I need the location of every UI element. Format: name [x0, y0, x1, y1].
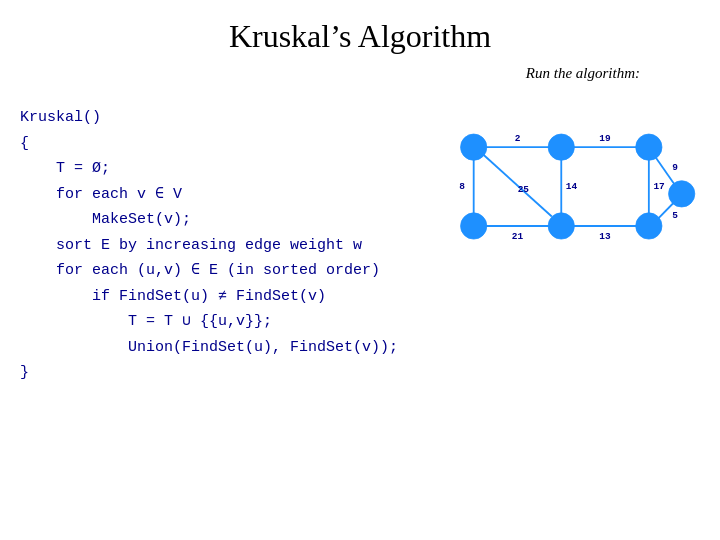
svg-text:8: 8: [459, 181, 465, 192]
svg-text:19: 19: [599, 133, 611, 144]
code-line-0: Kruskal(): [20, 105, 398, 131]
svg-text:9: 9: [672, 162, 678, 173]
svg-text:2: 2: [515, 133, 521, 144]
node-A: [461, 134, 487, 160]
page-title: Kruskal’s Algorithm: [0, 0, 720, 65]
svg-text:21: 21: [512, 231, 524, 242]
code-line-1: {: [20, 131, 398, 157]
code-section: Kruskal() { T = Ø; for each v ∈ V MakeSe…: [20, 65, 398, 386]
graph-section: Run the algorithm: 2 19 9 5 8 14 17: [408, 65, 700, 295]
node-B: [548, 134, 574, 160]
node-G: [636, 213, 662, 239]
svg-text:17: 17: [653, 181, 665, 192]
code-line-8: T = T ∪ {{u,v}};: [20, 309, 398, 335]
svg-text:14: 14: [566, 181, 578, 192]
node-C: [636, 134, 662, 160]
code-line-10: }: [20, 360, 398, 386]
code-line-2: T = Ø;: [20, 156, 398, 182]
svg-text:25: 25: [518, 184, 530, 195]
code-line-7: if FindSet(u) ≠ FindSet(v): [20, 284, 398, 310]
node-E: [461, 213, 487, 239]
code-line-3: for each v ∈ V: [20, 182, 398, 208]
node-F: [548, 213, 574, 239]
graph-svg: 2 19 9 5 8 14 17 25 21: [408, 65, 700, 295]
node-D: [669, 181, 695, 207]
svg-text:5: 5: [672, 210, 678, 221]
code-line-5: sort E by increasing edge weight w: [20, 233, 398, 259]
code-line-9: Union(FindSet(u), FindSet(v));: [20, 335, 398, 361]
code-line-4: MakeSet(v);: [20, 207, 398, 233]
svg-text:13: 13: [599, 231, 611, 242]
code-line-6: for each (u,v) ∈ E (in sorted order): [20, 258, 398, 284]
